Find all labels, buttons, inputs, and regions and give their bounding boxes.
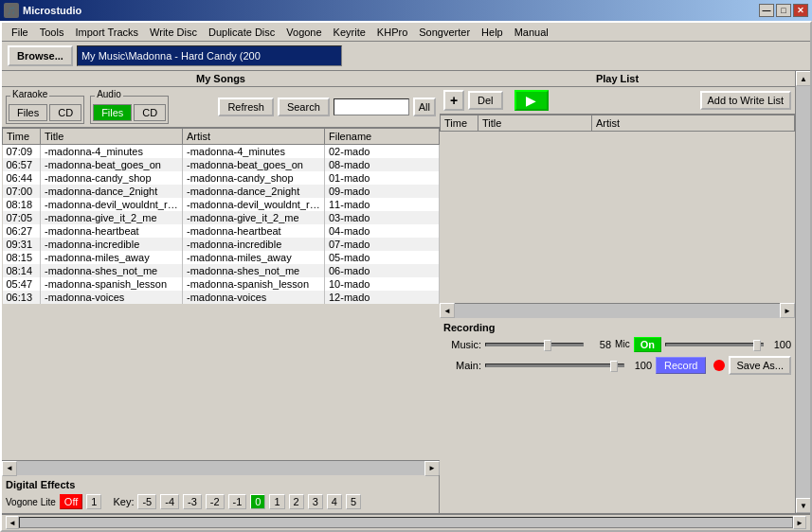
right-scroll-left-arrow[interactable]: ◄ xyxy=(440,303,455,318)
vogone-num1[interactable]: 1 xyxy=(86,494,101,509)
mic-label: Mic xyxy=(615,339,630,349)
main-row: Main: 100 Record Save As... xyxy=(443,356,791,375)
search-button[interactable]: Search xyxy=(278,98,330,116)
menu-keyrite[interactable]: Keyrite xyxy=(328,25,371,40)
cell-time: 06:27 xyxy=(3,224,41,238)
cell-time: 08:18 xyxy=(3,198,41,211)
record-button[interactable]: Record xyxy=(656,357,706,374)
cell-filename: 11-mado xyxy=(325,198,440,211)
mic-max-value: 100 xyxy=(767,339,791,350)
cell-artist: -madonna-4_minutes xyxy=(183,145,325,159)
right-hscrollbar[interactable]: ◄ ► xyxy=(440,303,795,318)
cell-artist: -madonna-beat_goes_on xyxy=(183,158,325,171)
key-minus2[interactable]: -2 xyxy=(206,494,225,509)
table-row[interactable]: 09:31 -madonna-incredible -madonna-incre… xyxy=(3,238,440,251)
right-scroll-track[interactable] xyxy=(455,304,780,318)
cell-artist: -madonna-shes_not_me xyxy=(183,264,325,277)
add-to-write-list-button[interactable]: Add to Write List xyxy=(700,91,792,110)
scroll-left-arrow[interactable]: ◄ xyxy=(2,461,17,476)
play-button[interactable]: ▶ xyxy=(514,90,549,111)
table-row[interactable]: 07:05 -madonna-give_it_2_me -madonna-giv… xyxy=(3,211,440,224)
menu-help[interactable]: Help xyxy=(476,25,509,40)
playlist-table[interactable]: Time Title Artist xyxy=(440,115,795,303)
audio-cd-tab[interactable]: CD xyxy=(134,104,166,121)
table-row[interactable]: 08:18 -madonna-devil_wouldnt_recogni... … xyxy=(3,198,440,211)
menu-duplicate-disc[interactable]: Duplicate Disc xyxy=(203,25,280,40)
right-panel: Play List + Del ▶ Add to Write List Time xyxy=(440,71,810,513)
delete-track-button[interactable]: Del xyxy=(468,91,503,110)
karaoke-cd-tab[interactable]: CD xyxy=(49,104,81,121)
table-row[interactable]: 06:13 -madonna-voices -madonna-voices 12… xyxy=(3,291,440,304)
cell-title: -madonna-voices xyxy=(41,291,183,304)
audio-label: Audio xyxy=(95,89,123,99)
key-plus2[interactable]: 2 xyxy=(289,494,304,509)
scroll-right-arrow[interactable]: ► xyxy=(424,461,440,476)
cell-time: 07:05 xyxy=(3,211,41,224)
karaoke-files-tab[interactable]: Files xyxy=(9,104,47,121)
key-plus1[interactable]: 1 xyxy=(269,494,284,509)
table-row[interactable]: 07:00 -madonna-dance_2night -madonna-dan… xyxy=(3,185,440,198)
menu-khpro[interactable]: KHPro xyxy=(371,25,413,40)
browse-button[interactable]: Browse... xyxy=(8,45,73,66)
refresh-button[interactable]: Refresh xyxy=(218,98,274,116)
main-slider[interactable] xyxy=(485,364,624,367)
audio-files-tab[interactable]: Files xyxy=(93,104,132,121)
menu-tools[interactable]: Tools xyxy=(34,25,70,40)
table-row[interactable]: 06:44 -madonna-candy_shop -madonna-candy… xyxy=(3,171,440,185)
key-minus5[interactable]: -5 xyxy=(137,494,156,509)
right-vscrollbar[interactable]: ▲ ▼ xyxy=(795,71,810,513)
key-minus1[interactable]: -1 xyxy=(228,494,247,509)
key-minus4[interactable]: -4 xyxy=(160,494,179,509)
menu-file[interactable]: File xyxy=(6,25,34,40)
window-controls: — □ ✕ xyxy=(759,4,808,17)
key-minus3[interactable]: -3 xyxy=(183,494,202,509)
key-plus5[interactable]: 5 xyxy=(346,494,361,509)
search-input[interactable] xyxy=(334,98,409,115)
cell-filename: 08-mado xyxy=(325,158,440,171)
vscroll-track[interactable] xyxy=(796,86,810,498)
playlist-controls: + Del ▶ Add to Write List xyxy=(440,87,795,115)
right-scroll-right-arrow[interactable]: ► xyxy=(780,303,795,318)
path-input[interactable] xyxy=(77,45,342,66)
music-label: Music: xyxy=(443,339,481,350)
cell-artist: -madonna-spanish_lesson xyxy=(183,277,325,291)
table-row[interactable]: 06:27 -madonna-heartbeat -madonna-heartb… xyxy=(3,224,440,238)
status-scroll-left[interactable]: ◄ xyxy=(6,516,19,529)
menu-songverter[interactable]: Songverter xyxy=(413,25,476,40)
cell-title: -madonna-beat_goes_on xyxy=(41,158,183,171)
key-plus3[interactable]: 3 xyxy=(308,494,323,509)
vscroll-down-arrow[interactable]: ▼ xyxy=(796,498,810,513)
menu-import-tracks[interactable]: Import Tracks xyxy=(69,25,144,40)
mic-slider[interactable] xyxy=(665,343,764,346)
cell-filename: 04-mado xyxy=(325,224,440,238)
menu-vogone[interactable]: Vogone xyxy=(280,25,327,40)
add-track-button[interactable]: + xyxy=(443,90,464,111)
save-as-button[interactable]: Save As... xyxy=(729,356,791,375)
menu-write-disc[interactable]: Write Disc xyxy=(144,25,203,40)
song-table[interactable]: Time Title Artist Filename 07:09 -madonn… xyxy=(2,128,440,460)
table-row[interactable]: 05:47 -madonna-spanish_lesson -madonna-s… xyxy=(3,277,440,291)
scroll-track[interactable] xyxy=(17,461,424,475)
left-hscrollbar[interactable]: ◄ ► xyxy=(2,460,440,475)
all-button[interactable]: All xyxy=(413,98,436,116)
vogone-off-button[interactable]: Off xyxy=(60,494,82,509)
status-scroll-right[interactable]: ► xyxy=(793,516,806,529)
audio-group: Audio Files CD xyxy=(90,96,169,124)
minimize-button[interactable]: — xyxy=(759,4,774,17)
key-zero[interactable]: 0 xyxy=(250,494,265,509)
table-row[interactable]: 07:09 -madonna-4_minutes -madonna-4_minu… xyxy=(3,145,440,159)
status-scrollbar[interactable] xyxy=(19,517,793,528)
table-row[interactable]: 06:57 -madonna-beat_goes_on -madonna-bea… xyxy=(3,158,440,171)
cell-title: -madonna-devil_wouldnt_recogni... xyxy=(41,198,183,211)
mic-on-button[interactable]: On xyxy=(634,337,661,352)
table-row[interactable]: 08:15 -madonna-miles_away -madonna-miles… xyxy=(3,251,440,264)
key-plus4[interactable]: 4 xyxy=(327,494,342,509)
vscroll-up-arrow[interactable]: ▲ xyxy=(796,71,810,86)
music-slider[interactable] xyxy=(485,343,584,346)
table-row[interactable]: 08:14 -madonna-shes_not_me -madonna-shes… xyxy=(3,264,440,277)
digital-effects-title: Digital Effects xyxy=(6,479,435,490)
close-button[interactable]: ✕ xyxy=(793,4,808,17)
maximize-button[interactable]: □ xyxy=(776,4,791,17)
cell-title: -madonna-spanish_lesson xyxy=(41,277,183,291)
menu-manual[interactable]: Manual xyxy=(509,25,554,40)
